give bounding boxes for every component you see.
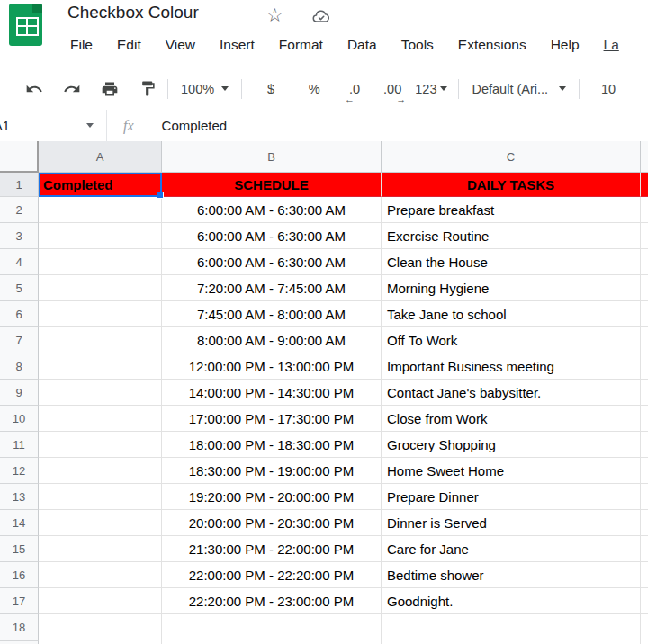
cloud-saved-icon[interactable] bbox=[310, 7, 332, 31]
task-cell[interactable]: Morning Hygiene bbox=[382, 275, 641, 301]
more-formats-button[interactable]: 123 bbox=[411, 76, 451, 102]
redo-button[interactable] bbox=[59, 76, 85, 102]
row-number[interactable]: 3 bbox=[0, 223, 39, 249]
row-number[interactable]: 14 bbox=[0, 510, 39, 536]
row-number[interactable]: 9 bbox=[0, 380, 39, 406]
schedule-cell[interactable]: 20:00:00 PM - 20:30:00 PM bbox=[162, 510, 382, 536]
task-cell[interactable]: Goodnight. bbox=[382, 588, 641, 614]
last-edit-link[interactable]: La bbox=[604, 37, 619, 53]
completed-cell[interactable] bbox=[39, 406, 162, 432]
completed-cell[interactable] bbox=[39, 353, 162, 380]
row-number[interactable]: 11 bbox=[0, 432, 39, 458]
completed-cell[interactable] bbox=[39, 536, 162, 562]
cell-d1[interactable] bbox=[641, 173, 648, 197]
completed-cell[interactable] bbox=[39, 458, 162, 484]
overflow-cell[interactable] bbox=[641, 510, 648, 536]
overflow-cell[interactable] bbox=[641, 353, 648, 380]
overflow-cell[interactable] bbox=[641, 406, 648, 432]
schedule-cell[interactable]: 6:00:00 AM - 6:30:00 AM bbox=[162, 223, 382, 249]
completed-cell[interactable] bbox=[39, 223, 162, 249]
task-cell[interactable] bbox=[382, 614, 641, 640]
completed-cell[interactable] bbox=[39, 249, 162, 275]
completed-cell[interactable] bbox=[39, 614, 162, 640]
menu-item[interactable]: Insert bbox=[220, 37, 255, 53]
decrease-decimal-button[interactable]: .0← bbox=[336, 76, 374, 102]
menu-item[interactable]: Edit bbox=[117, 37, 141, 53]
schedule-cell[interactable]: 17:00:00 PM - 17:30:00 PM bbox=[162, 406, 382, 432]
row-number[interactable]: 2 bbox=[0, 197, 39, 223]
menu-item[interactable]: Extensions bbox=[458, 37, 526, 53]
task-cell[interactable]: Take Jane to school bbox=[382, 301, 641, 327]
row-number[interactable]: 7 bbox=[0, 327, 39, 353]
schedule-cell[interactable]: 21:30:00 PM - 22:00:00 PM bbox=[162, 536, 382, 562]
column-header-d[interactable] bbox=[641, 141, 648, 172]
completed-cell[interactable] bbox=[39, 380, 162, 406]
print-button[interactable] bbox=[97, 76, 122, 102]
overflow-cell[interactable] bbox=[641, 536, 648, 562]
cell-b1[interactable]: SCHEDULE bbox=[162, 173, 382, 197]
overflow-cell[interactable] bbox=[641, 484, 648, 510]
task-cell[interactable]: Contact Jane's babysitter. bbox=[382, 380, 641, 406]
overflow-cell[interactable] bbox=[641, 380, 648, 406]
overflow-cell[interactable] bbox=[641, 301, 648, 327]
completed-cell[interactable] bbox=[39, 562, 162, 588]
completed-cell[interactable] bbox=[39, 588, 162, 614]
task-cell[interactable]: Off To Work bbox=[382, 327, 641, 353]
overflow-cell[interactable] bbox=[641, 432, 648, 458]
fill-handle[interactable] bbox=[157, 192, 164, 199]
format-currency-button[interactable]: $ bbox=[249, 76, 292, 102]
row-number[interactable]: 15 bbox=[0, 536, 39, 562]
overflow-cell[interactable] bbox=[641, 197, 648, 223]
formula-input[interactable]: Completed bbox=[162, 118, 228, 133]
menu-item[interactable]: Tools bbox=[401, 37, 434, 53]
row-number[interactable]: 16 bbox=[0, 562, 39, 588]
completed-cell[interactable] bbox=[39, 484, 162, 510]
schedule-cell[interactable]: 22:20:00 PM - 23:00:00 PM bbox=[162, 588, 382, 614]
schedule-cell[interactable]: 7:45:00 AM - 8:00:00 AM bbox=[162, 301, 382, 327]
schedule-cell[interactable]: 14:00:00 PM - 14:30:00 PM bbox=[162, 380, 382, 406]
task-cell[interactable]: Close from Work bbox=[382, 406, 641, 432]
select-all-corner[interactable] bbox=[0, 141, 39, 173]
row-number[interactable]: 4 bbox=[0, 249, 39, 275]
schedule-cell[interactable]: 12:00:00 PM - 13:00:00 PM bbox=[162, 353, 382, 380]
task-cell[interactable]: Dinner is Served bbox=[382, 510, 641, 536]
completed-cell[interactable] bbox=[39, 197, 162, 223]
schedule-cell[interactable]: 6:00:00 AM - 6:30:00 AM bbox=[162, 249, 382, 275]
completed-cell[interactable] bbox=[39, 510, 162, 536]
document-title[interactable]: Checkbox Colour bbox=[68, 3, 199, 22]
task-cell[interactable]: Bedtime shower bbox=[382, 562, 641, 588]
task-cell[interactable]: Grocery Shopping bbox=[382, 432, 641, 458]
format-percent-button[interactable]: % bbox=[292, 76, 336, 102]
task-cell[interactable]: Exercise Routine bbox=[382, 223, 641, 249]
row-number[interactable]: 6 bbox=[0, 301, 39, 327]
task-cell[interactable]: Prepare breakfast bbox=[382, 197, 641, 223]
completed-cell[interactable] bbox=[39, 327, 162, 353]
menu-item[interactable]: Format bbox=[279, 37, 323, 53]
schedule-cell[interactable]: 7:20:00 AM - 7:45:00 AM bbox=[162, 275, 382, 301]
schedule-cell[interactable]: 22:00:00 PM - 22:20:00 PM bbox=[162, 562, 382, 588]
row-number[interactable]: 12 bbox=[0, 458, 39, 484]
overflow-cell[interactable] bbox=[641, 458, 648, 484]
increase-decimal-button[interactable]: .00→ bbox=[374, 76, 411, 102]
schedule-cell[interactable] bbox=[162, 614, 382, 640]
overflow-cell[interactable] bbox=[641, 223, 648, 249]
star-icon[interactable]: ☆ bbox=[266, 5, 284, 25]
overflow-cell[interactable] bbox=[641, 562, 648, 588]
schedule-cell[interactable]: 6:00:00 AM - 6:30:00 AM bbox=[162, 197, 382, 223]
completed-cell[interactable] bbox=[39, 301, 162, 327]
paint-format-button[interactable] bbox=[135, 76, 160, 102]
overflow-cell[interactable] bbox=[641, 327, 648, 353]
schedule-cell[interactable]: 19:20:00 PM - 20:00:00 PM bbox=[162, 484, 382, 510]
cell-c1[interactable]: DAILY TASKS bbox=[382, 173, 641, 197]
cell-a1[interactable]: Completed bbox=[39, 173, 162, 197]
overflow-cell[interactable] bbox=[641, 249, 648, 275]
completed-cell[interactable] bbox=[39, 432, 162, 458]
sheets-logo-icon[interactable] bbox=[9, 4, 42, 46]
undo-button[interactable] bbox=[22, 76, 47, 102]
row-number[interactable]: 13 bbox=[0, 484, 39, 510]
overflow-cell[interactable] bbox=[641, 614, 648, 640]
schedule-cell[interactable]: 8:00:00 AM - 9:00:00 AM bbox=[162, 327, 382, 353]
row-number[interactable]: 17 bbox=[0, 588, 39, 614]
menu-item[interactable]: Help bbox=[551, 37, 580, 53]
menu-item[interactable]: View bbox=[166, 37, 195, 53]
